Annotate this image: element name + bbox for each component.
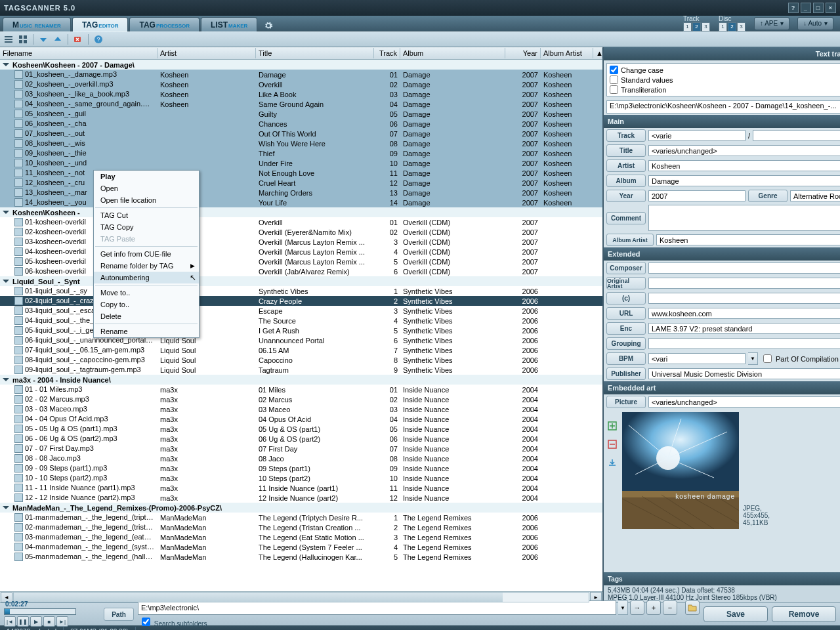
auto-button[interactable]: ↓ Auto▾ xyxy=(797,17,833,30)
file-row[interactable]: 04-liquid_soul_-_the_source-gem.mp3Liqui… xyxy=(0,316,602,326)
pause-button-icon[interactable]: ❚❚ xyxy=(17,616,29,627)
file-row[interactable]: 13_kosheen_-_marMarching Orders13Damage2… xyxy=(0,188,602,198)
transformation-row[interactable]: Change case-> %all xyxy=(608,65,840,75)
column-header[interactable]: Album xyxy=(400,48,505,58)
menu-item-rename[interactable]: Rename xyxy=(94,326,199,337)
expand-icon[interactable] xyxy=(3,280,9,283)
file-row[interactable]: 01 - 01 Miles.mp3ma3x01 Miles01Inside Nu… xyxy=(0,385,602,394)
remove-path-button-icon[interactable]: − xyxy=(663,600,677,615)
transformation-checkbox[interactable] xyxy=(610,66,618,74)
menu-item-open-file-location[interactable]: Open file location xyxy=(94,194,199,206)
expand-icon[interactable] xyxy=(3,63,9,66)
remove-art-icon[interactable] xyxy=(606,438,618,450)
file-row[interactable]: 03 - 03 Maceo.mp3ma3x03 Maceo03Inside Nu… xyxy=(0,404,602,414)
grid-body[interactable]: PlayOpenOpen file locationTAG CutTAG Cop… xyxy=(0,60,602,591)
original-artist-input[interactable] xyxy=(648,278,840,289)
bpm-label-button[interactable]: BPM xyxy=(606,352,646,365)
file-row[interactable]: 04-manmademan_-_the_legend_(syste...ManM… xyxy=(0,542,602,552)
expand-icon[interactable] xyxy=(3,378,9,381)
horizontal-scrollbar[interactable]: ◄ ► xyxy=(0,591,602,602)
file-row[interactable]: 02_kosheen_-_overkill.mp3KosheenOverkill… xyxy=(0,79,602,89)
file-row[interactable]: 09-liquid_soul_-_tagtraum-gem.mp3Liquid … xyxy=(0,365,602,375)
folder-row[interactable]: Liquid_Soul_-_Synt xyxy=(0,276,602,286)
file-row[interactable]: 08-liquid_soul_-_capoccino-gem.mp3Liquid… xyxy=(0,355,602,365)
ape-button[interactable]: ↑ APE▾ xyxy=(754,17,789,30)
file-row[interactable]: 02-manmademan_-_the_legend_(tristan...Ma… xyxy=(0,522,602,532)
year-input[interactable] xyxy=(648,190,746,201)
menu-item-tag-copy[interactable]: TAG Copy xyxy=(94,221,199,233)
disc-num-2[interactable]: 2 xyxy=(728,22,736,32)
close-window-icon[interactable]: × xyxy=(826,3,836,13)
folder-row[interactable]: Kosheen\Kosheen - xyxy=(0,207,602,217)
file-row[interactable]: 05-liquid_soul_-_i_get_a_rush-gem.mp3Liq… xyxy=(0,326,602,335)
file-row[interactable]: 02-liquid_soul_-_crazy_people-gem.mp3Liq… xyxy=(0,296,602,306)
track-num-2[interactable]: 2 xyxy=(692,22,701,32)
export-art-icon[interactable] xyxy=(606,457,618,469)
file-row[interactable]: 07_kosheen_-_outOut Of This World07Damag… xyxy=(0,129,602,138)
url-input[interactable] xyxy=(648,308,840,319)
file-row[interactable]: 02 - 02 Marcus.mp3ma3x02 Marcus02Inside … xyxy=(0,394,602,404)
menu-item-delete[interactable]: Delete xyxy=(94,310,199,322)
publisher-label-button[interactable]: Publisher xyxy=(606,368,646,380)
menu-item-copy-to-[interactable]: Copy to.. xyxy=(94,299,199,310)
column-header[interactable]: Artist xyxy=(158,48,256,58)
file-row[interactable]: 10_kosheen_-_undUnder Fire10Damage2007Ko… xyxy=(0,158,602,168)
file-row[interactable]: 04_kosheen_-_same_ground_again.mp3Koshee… xyxy=(0,99,602,109)
path-dropdown-icon[interactable]: ▼ xyxy=(618,600,628,615)
menu-item-move-to-[interactable]: Move to.. xyxy=(94,287,199,299)
file-row[interactable]: 01-kosheen-overkilOverkill01Overkill (CD… xyxy=(0,217,602,227)
browse-folder-icon[interactable] xyxy=(685,600,700,615)
file-row[interactable]: 08 - 08 Jaco.mp3ma3x08 Jaco08Inside Nuan… xyxy=(0,453,602,463)
track-label-button[interactable]: Track xyxy=(606,129,646,142)
menu-item-play[interactable]: Play xyxy=(94,171,199,182)
grid-header[interactable]: FilenameArtistTitleTrackAlbumYearAlbum A… xyxy=(0,47,602,60)
picture-input[interactable] xyxy=(648,396,840,408)
file-row[interactable]: 03_kosheen_-_like_a_book.mp3KosheenLike … xyxy=(0,89,602,99)
view-list-icon[interactable] xyxy=(3,33,14,45)
picture-label-button[interactable]: Picture xyxy=(606,396,646,408)
menu-item-tag-cut[interactable]: TAG Cut xyxy=(94,209,199,221)
file-row[interactable]: 03-liquid_soul_-_escape-gem.mp3Liquid So… xyxy=(0,306,602,316)
menu-item-autonumbering[interactable]: Autonumbering↖ xyxy=(94,272,199,284)
expand-icon[interactable] xyxy=(3,506,9,509)
tab-processor[interactable]: TAG processor xyxy=(129,17,200,32)
disc-num-3[interactable]: 3 xyxy=(737,22,746,32)
original-artist-label-button[interactable]: Original Artist xyxy=(606,277,646,289)
publisher-input[interactable] xyxy=(648,368,840,379)
expand-icon[interactable] xyxy=(3,211,9,214)
help-window-icon[interactable]: ? xyxy=(788,3,799,13)
arrow-down-icon[interactable] xyxy=(37,33,49,45)
genre-input[interactable] xyxy=(790,190,840,201)
genre-label-button[interactable]: Genre xyxy=(748,190,788,202)
player-progress[interactable] xyxy=(4,608,76,615)
transformation-checkbox[interactable] xyxy=(610,85,618,94)
file-row[interactable]: 07-liquid_soul_-_06.15_am-gem.mp3Liquid … xyxy=(0,345,602,355)
comment-input[interactable] xyxy=(648,205,840,231)
file-row[interactable]: 03-manmademan_-_the_legend_(eat_st...Man… xyxy=(0,532,602,542)
comment-label-button[interactable]: Comment xyxy=(606,212,646,224)
folder-row[interactable]: ma3x - 2004 - Inside Nuance\ xyxy=(0,375,602,385)
title-input[interactable] xyxy=(648,145,840,156)
file-row[interactable]: 14_kosheen_-_youYour Life14Damage2007Kos… xyxy=(0,198,602,207)
enc-input[interactable] xyxy=(648,323,840,334)
menu-item-open[interactable]: Open xyxy=(94,182,199,194)
settings-gear-icon[interactable] xyxy=(262,20,274,32)
track-num-3[interactable]: 3 xyxy=(702,22,710,32)
grouping-label-button[interactable]: Grouping xyxy=(606,337,646,350)
part-of-compilation-checkbox[interactable]: Part Of Compilation xyxy=(761,352,839,365)
disc-num-1[interactable]: 1 xyxy=(719,22,727,32)
column-header[interactable]: Title xyxy=(256,48,374,58)
column-header[interactable]: Track xyxy=(374,48,400,58)
transformation-row[interactable]: Standard values-> %all xyxy=(608,75,840,85)
menu-item-rename-folder-by-tag[interactable]: Rename folder by TAG▶ xyxy=(94,260,199,272)
file-row[interactable]: 06_kosheen_-_chaChances06Damage2007Koshe… xyxy=(0,119,602,129)
path-input[interactable]: E:\mp3\electronic\ xyxy=(138,600,616,615)
column-header[interactable]: Album Artist xyxy=(541,48,593,58)
album-art-image[interactable]: kosheen damage xyxy=(622,412,739,529)
file-row[interactable]: 04-kosheen-overkilOverkill (Marcus Layto… xyxy=(0,247,602,257)
file-row[interactable]: 01_kosheen_-_damage.mp3KosheenDamage01Da… xyxy=(0,70,602,79)
enc-label-button[interactable]: Enc xyxy=(606,322,646,335)
file-row[interactable]: 01-liquid_soul_-_sySynthetic Vibes1Synth… xyxy=(0,286,602,296)
url-label-button[interactable]: URL xyxy=(606,307,646,320)
arrow-up-icon[interactable] xyxy=(52,33,64,45)
